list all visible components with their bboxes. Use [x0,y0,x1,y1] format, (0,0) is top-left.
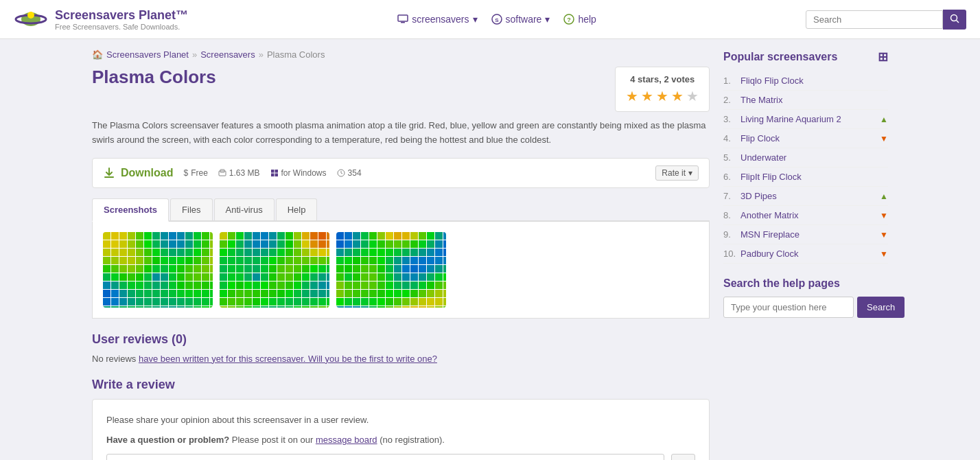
star-5: ★ [686,89,699,104]
review-question: Have a question or problem? Please post … [106,433,695,447]
svg-rect-4 [401,22,405,23]
screenshot-2 [220,232,329,308]
popular-item-rank: 3. [723,114,737,124]
download-button[interactable]: Download [103,167,173,179]
breadcrumb: 🏠 Screensavers Planet » Screensavers » P… [92,49,710,60]
popular-item-rank: 9. [723,229,737,240]
trend-up-icon: ▲ [880,115,888,124]
breadcrumb-sep-2: » [259,49,264,60]
name-clear-button[interactable]: — [671,454,695,460]
search-button[interactable] [943,10,966,30]
popular-item-link[interactable]: Underwater [740,152,888,163]
download-label: Download [121,167,173,179]
breadcrumb-sep-1: » [192,49,197,60]
price-value: Free [191,168,208,178]
nav-help[interactable]: ? help [563,14,596,25]
popular-item-link[interactable]: Living Marine Aquarium 2 [740,114,876,124]
popular-item: 5. Underwater [723,148,888,168]
popular-item-rank: 1. [723,76,737,86]
name-row: — [106,454,695,460]
tab-antivirus[interactable]: Anti-virus [214,198,275,220]
download-count: 354 [337,168,362,178]
svg-line-19 [341,173,342,174]
download-platform: for Windows [270,168,327,178]
tab-help[interactable]: Help [276,198,318,220]
clock-icon-small [337,169,345,177]
user-reviews-title: User reviews (0) [92,332,710,347]
rating-text: 4 stars, 2 votes [626,74,699,84]
message-board-link[interactable]: message board [316,435,377,445]
trend-down-icon: ▼ [880,211,888,220]
popular-item-rank: 5. [723,152,737,163]
header: Screensavers Planet™ Free Screensavers. … [0,0,980,39]
screenshot-1 [103,232,213,308]
breadcrumb-link-screensavers[interactable]: Screensavers [200,49,255,60]
description: The Plasma Colors screensaver features a… [92,119,710,148]
write-review-link[interactable]: have been written yet for this screensav… [139,354,437,364]
svg-text:?: ? [568,16,572,23]
popular-item-rank: 8. [723,210,737,220]
rating-box: 4 stars, 2 votes ★ ★ ★ ★ ★ [615,67,710,112]
name-input[interactable] [106,454,664,460]
popular-item: 7. 3D Pipes ▲ [723,187,888,206]
logo-icon [14,5,48,33]
help-search-button[interactable]: Search [857,297,905,318]
nav-software[interactable]: S software ▾ [491,14,550,25]
logo-area: Screensavers Planet™ Free Screensavers. … [14,5,188,33]
popular-item-rank: 10. [723,249,737,259]
search-icon [950,14,959,23]
write-review-title: Write a review [92,378,710,392]
popular-item-rank: 2. [723,95,737,105]
software-icon: S [491,14,502,25]
windows-icon-sidebar: ⊞ [878,49,888,65]
popular-item-link[interactable]: FlipIt Flip Clock [740,172,888,182]
rate-button[interactable]: Rate it ▾ [655,165,699,181]
search-input[interactable] [806,10,943,29]
disk-icon [218,169,226,177]
review-question-strong: Have a question or problem? [106,435,229,445]
help-search-input[interactable] [723,297,854,318]
popular-item-rank: 7. [723,191,737,201]
popular-item-link[interactable]: Fliqlo Flip Clock [740,76,888,86]
main: 🏠 Screensavers Planet » Screensavers » P… [78,39,902,460]
page-title: Plasma Colors [92,67,216,88]
star-3: ★ [656,89,668,104]
nav-screensavers[interactable]: screensavers ▾ [397,14,477,25]
svg-rect-13 [271,170,275,173]
breadcrumb-current: Plasma Colors [267,49,325,60]
trend-down-icon: ▼ [880,230,888,240]
dropdown-arrow-software: ▾ [545,14,550,25]
tab-files[interactable]: Files [170,198,212,220]
review-intro: Please share your opinion about this scr… [106,413,695,427]
download-bar: Download $ Free 1.63 MB for Windows 354 … [92,158,710,188]
popular-list: 1. Fliqlo Flip Clock 2. The Matrix 3. Li… [723,71,888,264]
nav-software-label: software [506,14,542,25]
star-1: ★ [626,89,638,104]
star-4: ★ [671,89,684,104]
logo-text: Screensavers Planet™ Free Screensavers. … [55,8,188,31]
content: 🏠 Screensavers Planet » Screensavers » P… [92,49,710,460]
popular-item: 6. FlipIt Flip Clock [723,168,888,187]
no-reviews-text: No reviews have been written yet for thi… [92,354,710,364]
screenshot-3 [336,232,446,308]
monitor-icon [397,14,408,24]
breadcrumb-link-home[interactable]: Screensavers Planet [106,49,189,60]
download-icon [103,167,115,179]
star-2: ★ [641,89,653,104]
rate-dropdown-icon: ▾ [688,168,692,178]
popular-item-link[interactable]: Padbury Clock [740,249,876,259]
popular-item-link[interactable]: 3D Pipes [740,191,876,201]
help-search-title: Search the help pages [723,277,888,290]
sidebar: Popular screensavers ⊞ 1. Fliqlo Flip Cl… [723,49,888,460]
popular-item: 8. Another Matrix ▼ [723,206,888,225]
popular-item-rank: 6. [723,172,737,182]
rate-label: Rate it [662,168,686,178]
popular-item-link[interactable]: The Matrix [740,95,888,105]
popular-item-link[interactable]: Another Matrix [740,210,876,220]
popular-item-link[interactable]: MSN Fireplace [740,229,876,240]
popular-item-link[interactable]: Flip Clock [740,133,876,143]
svg-line-10 [957,20,959,23]
svg-rect-3 [398,15,408,21]
popular-item-rank: 4. [723,133,737,143]
tab-screenshots[interactable]: Screenshots [92,198,169,222]
